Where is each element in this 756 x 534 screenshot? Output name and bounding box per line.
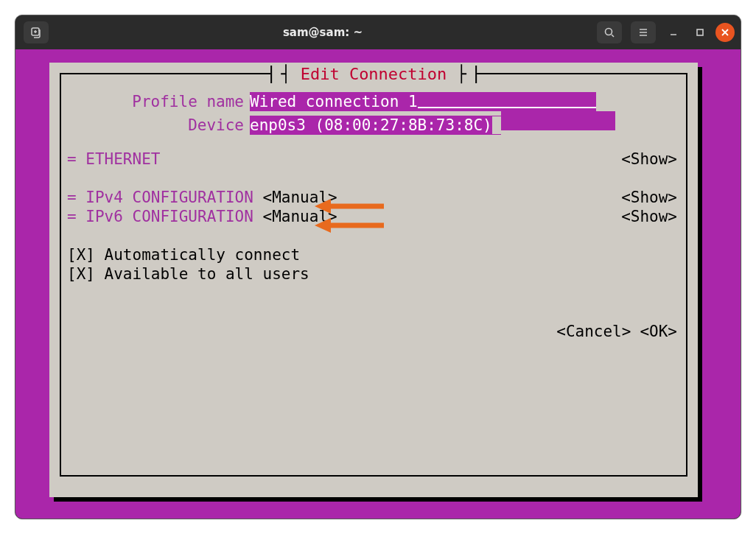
device-row: Device enp0s3 (08:00:27:8B:73:8C) <box>67 111 680 130</box>
new-tab-button[interactable] <box>24 21 49 43</box>
maximize-icon <box>695 27 705 38</box>
profile-name-label: Profile name <box>67 92 244 111</box>
ipv4-section-label[interactable]: = IPv4 CONFIGURATION <box>67 188 263 207</box>
minimize-icon <box>668 27 679 38</box>
search-button[interactable] <box>597 21 622 43</box>
cancel-button[interactable]: <Cancel> <box>556 322 631 341</box>
ethernet-show-button[interactable]: <Show> <box>621 150 680 169</box>
window-title: sam@sam: ~ <box>283 26 363 39</box>
all-users-checkbox[interactable]: [X] Available to all users <box>67 264 680 284</box>
annotation-arrow-ipv6 <box>315 218 384 233</box>
device-input-pad <box>501 111 615 130</box>
ethernet-section-row: = ETHERNET <Show> <box>67 150 680 169</box>
ethernet-section-label[interactable]: = ETHERNET <box>67 150 160 169</box>
text-cursor <box>492 116 501 134</box>
hamburger-icon <box>637 27 649 38</box>
svg-point-1 <box>606 29 612 35</box>
terminal-window: sam@sam: ~ <box>15 15 741 519</box>
ipv4-show-button[interactable]: <Show> <box>621 188 680 207</box>
auto-connect-checkbox[interactable]: [X] Automatically connect <box>67 245 680 264</box>
panel-content: Profile name Wired connection 1 Device e… <box>67 92 680 341</box>
menu-button[interactable] <box>631 21 656 43</box>
ipv6-show-button[interactable]: <Show> <box>621 207 680 226</box>
window-titlebar: sam@sam: ~ <box>15 15 741 49</box>
terminal-viewport[interactable]: ┤ Edit Connection ├ Profile name Wired c… <box>15 49 741 519</box>
ipv6-section-label[interactable]: = IPv6 CONFIGURATION <box>67 207 263 226</box>
new-tab-icon <box>30 27 42 38</box>
maximize-button[interactable] <box>689 21 711 43</box>
annotation-arrow-ipv4 <box>315 199 384 214</box>
profile-name-input[interactable]: Wired connection 1 <box>250 92 596 111</box>
device-label: Device <box>67 116 244 135</box>
device-input[interactable]: enp0s3 (08:00:27:8B:73:8C) <box>250 116 501 135</box>
panel-title: ┤ Edit Connection ├ <box>270 66 477 83</box>
nmtui-panel: ┤ Edit Connection ├ Profile name Wired c… <box>49 63 698 497</box>
profile-name-row: Profile name Wired connection 1 <box>67 92 680 111</box>
svg-rect-2 <box>697 29 703 35</box>
search-icon <box>603 27 615 38</box>
minimize-button[interactable] <box>662 21 685 43</box>
close-icon <box>721 28 729 37</box>
button-row: <Cancel> <OK> <box>67 322 680 341</box>
close-button[interactable] <box>715 23 735 42</box>
ok-button[interactable]: <OK> <box>640 322 677 341</box>
